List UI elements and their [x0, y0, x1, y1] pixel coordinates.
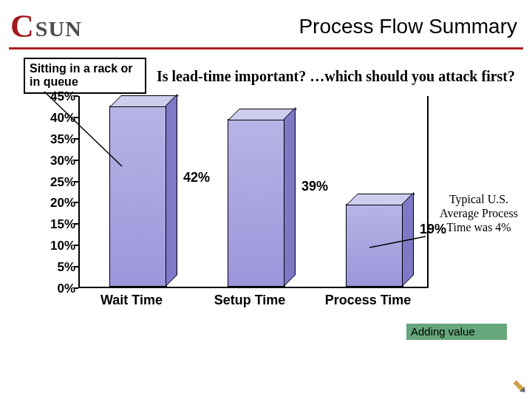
y-tick-10: 10% [50, 239, 75, 252]
callout-wait-queue: Sitting in a rack or in queue [24, 58, 146, 94]
x-labels: Wait Time Setup Time Process Time [80, 288, 427, 310]
y-tick-25: 25% [50, 175, 75, 188]
y-tick-5: 5% [57, 261, 75, 273]
y-tick-30: 30% [50, 154, 75, 166]
logo-sun: SUN [35, 18, 82, 43]
header-rule [9, 47, 523, 50]
bar-label-setup-time: 39% [301, 179, 328, 194]
plot-area: 42% 39% 19% [80, 96, 427, 287]
page-title: Process Flow Summary [299, 15, 517, 38]
x-label-wait-time: Wait Time [72, 293, 191, 308]
pencil-icon [510, 377, 528, 395]
y-tick-45: 45% [50, 90, 75, 103]
bar-label-process-time: 19% [420, 222, 446, 237]
bar-chart: 0% 5% 10% 15% 20% 25% 30% 35% 40% 45% [44, 96, 429, 310]
y-tick-15: 15% [50, 218, 75, 231]
y-tick-40: 40% [50, 111, 75, 123]
x-label-setup-time: Setup Time [191, 293, 309, 308]
slide: C SUN Process Flow Summary Sitting in a … [0, 0, 532, 399]
callout-adding-value: Adding value [406, 324, 507, 340]
side-note-process-time: Typical U.S. Average Process Time was 4% [434, 192, 523, 235]
x-label-process-time: Process Time [309, 293, 427, 308]
logo-csun: C SUN [10, 13, 114, 43]
y-tick-35: 35% [50, 132, 75, 145]
y-axis-right [427, 96, 429, 288]
lead-time-question: Is lead-time important? …which should yo… [157, 68, 517, 85]
y-ticks: 0% 5% 10% 15% 20% 25% 30% 35% 40% 45% [44, 96, 78, 288]
logo-c: C [10, 10, 34, 43]
bar-label-wait-time: 42% [183, 170, 210, 185]
y-tick-20: 20% [50, 197, 75, 209]
